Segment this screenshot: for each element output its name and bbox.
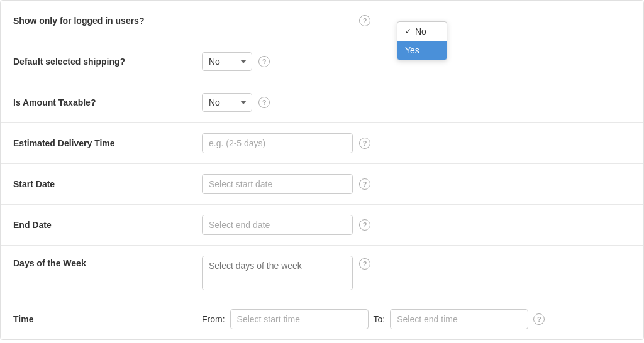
input-start-date[interactable] [202, 174, 353, 194]
dropdown-popup-logged-in: ✓ No Yes [397, 21, 447, 60]
help-icon-time[interactable]: ? [533, 313, 545, 325]
dropdown-item-yes[interactable]: Yes [397, 41, 447, 60]
label-end-date: End Date [13, 220, 202, 230]
to-label: To: [374, 314, 386, 324]
label-amount-taxable: Is Amount Taxable? [13, 97, 202, 107]
input-end-time[interactable] [390, 309, 528, 329]
label-start-date: Start Date [13, 179, 202, 189]
control-amount-taxable: No Yes ? [202, 93, 270, 112]
time-range-controls: From: To: ? [202, 309, 545, 329]
select-amount-taxable[interactable]: No Yes [202, 93, 252, 112]
control-delivery-time: ? [202, 133, 370, 153]
control-default-shipping: No Yes ? [202, 52, 270, 71]
settings-table: Show only for logged in users? ✓ No Yes … [0, 0, 644, 340]
dropdown-item-no[interactable]: ✓ No [397, 22, 447, 41]
label-delivery-time: Estimated Delivery Time [13, 138, 202, 148]
control-days-week: ? [202, 256, 370, 290]
help-icon-delivery-time[interactable]: ? [359, 138, 370, 149]
help-icon-days-week[interactable]: ? [359, 258, 370, 270]
help-icon-end-date[interactable]: ? [359, 219, 370, 231]
select-default-shipping[interactable]: No Yes [202, 52, 252, 71]
label-show-logged-in: Show only for logged in users? [13, 16, 202, 26]
checkmark-icon: ✓ [405, 27, 411, 36]
help-icon-start-date[interactable]: ? [359, 178, 370, 190]
help-icon-logged-in[interactable]: ? [359, 15, 370, 26]
label-default-shipping: Default selected shipping? [13, 57, 202, 67]
row-amount-taxable: Is Amount Taxable? No Yes ? [1, 82, 643, 123]
dropdown-no-label: No [415, 26, 426, 36]
input-delivery-time[interactable] [202, 133, 353, 153]
help-icon-amount-taxable[interactable]: ? [258, 97, 270, 108]
row-show-logged-in: Show only for logged in users? ✓ No Yes … [1, 1, 643, 41]
row-days-week: Days of the Week ? [1, 246, 643, 298]
label-days-week: Days of the Week [13, 256, 202, 268]
label-time: Time [13, 314, 202, 324]
input-end-date[interactable] [202, 215, 353, 235]
row-delivery-time: Estimated Delivery Time ? [1, 123, 643, 164]
row-end-date: End Date ? [1, 205, 643, 246]
control-start-date: ? [202, 174, 370, 194]
input-start-time[interactable] [230, 309, 369, 329]
row-start-date: Start Date ? [1, 164, 643, 205]
textarea-days-week[interactable] [202, 256, 353, 290]
control-end-date: ? [202, 215, 370, 235]
control-show-logged-in: ✓ No Yes ? [202, 15, 370, 26]
from-label: From: [202, 314, 225, 324]
row-time: Time From: To: ? [1, 298, 643, 339]
dropdown-yes-label: Yes [405, 45, 419, 55]
help-icon-default-shipping[interactable]: ? [258, 56, 270, 67]
control-time: From: To: ? [202, 309, 545, 329]
row-default-shipping: Default selected shipping? No Yes ? [1, 41, 643, 82]
